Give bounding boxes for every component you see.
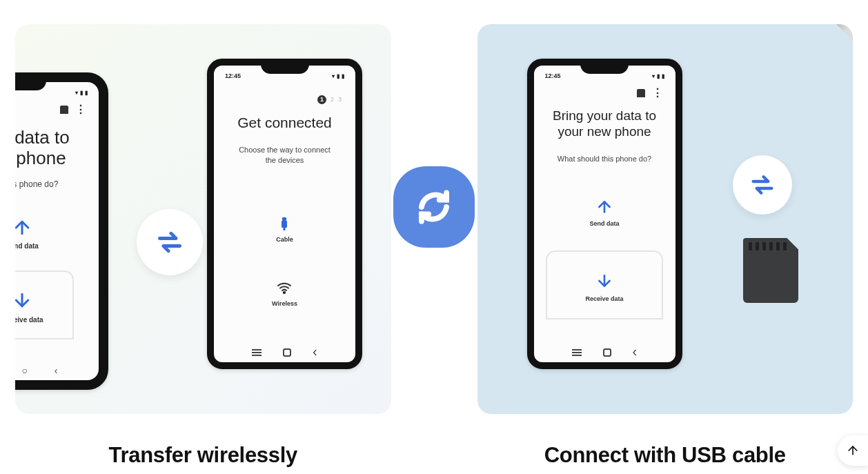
screen-subtitle: ould this phone do? <box>15 179 92 190</box>
captions-row: Transfer wirelessly Connect with USB cab… <box>0 443 868 468</box>
nav-back-icon[interactable] <box>313 347 317 358</box>
card-connect-usb: 12:45 ▾ ▮ ▮ ⋮ Bring your data to your ne… <box>477 24 854 414</box>
status-icons: ▾ ▮ ▮ <box>332 73 344 79</box>
screen-subtitle: Choose the way to connect the devices <box>221 145 348 166</box>
swap-badge <box>733 155 792 215</box>
subtitle-line2: the devices <box>221 155 348 166</box>
cable-option[interactable]: Cable <box>276 215 293 243</box>
wifi-indicator-icon: ▾ <box>75 90 78 96</box>
more-menu-icon[interactable]: ⋮ <box>75 107 86 112</box>
cards-row: ▾ ▮ ▮ ⋮ your data to new phone ould this… <box>0 0 868 414</box>
usb-cable-icon <box>276 215 293 232</box>
wireless-label: Wireless <box>272 300 297 307</box>
send-data-label: Send data <box>589 220 619 227</box>
screen-title: Get connected <box>221 114 348 131</box>
receive-data-label: Receive data <box>15 316 43 324</box>
sd-card-icon <box>743 238 798 303</box>
send-data-option[interactable]: Send data <box>541 198 669 227</box>
caption-left: Transfer wirelessly <box>15 443 391 468</box>
battery-icon: ▮ <box>662 73 664 79</box>
nav-bar <box>221 343 348 362</box>
step-1: 1 <box>317 95 326 104</box>
status-time: 12:45 <box>225 72 241 79</box>
phone-notch <box>261 64 309 74</box>
caption-right: Connect with USB cable <box>477 443 854 468</box>
nav-home-icon[interactable] <box>283 348 291 357</box>
nav-back-icon[interactable]: ‹ <box>55 365 58 376</box>
title-line1: your data to <box>15 128 92 148</box>
signal-icon: ▮ <box>80 90 83 96</box>
swap-arrows-icon <box>749 171 776 199</box>
svg-rect-0 <box>282 217 286 221</box>
wifi-icon <box>276 279 293 296</box>
screen-subtitle: What should this phone do? <box>541 154 669 164</box>
arrow-up-icon <box>846 444 860 457</box>
scroll-to-top-button[interactable] <box>838 435 868 466</box>
more-menu-icon[interactable]: ⋮ <box>652 90 663 96</box>
arrow-up-icon <box>595 198 613 216</box>
corner-fold-decoration <box>836 24 853 41</box>
status-icons: ▾ ▮ ▮ <box>652 73 664 79</box>
step-3: 3 <box>338 96 342 103</box>
smart-switch-app-icon <box>393 166 475 248</box>
screen-title: your data to new phone <box>15 128 92 169</box>
nav-home-icon[interactable]: ○ <box>21 365 27 376</box>
battery-icon: ▮ <box>85 90 88 96</box>
status-time: 12:45 <box>545 72 561 79</box>
receive-data-option[interactable]: Receive data <box>15 270 74 339</box>
title-line1: Bring your data to <box>541 108 669 124</box>
smart-switch-icon <box>413 186 455 228</box>
nav-home-icon[interactable] <box>603 348 611 357</box>
swap-badge <box>137 209 203 275</box>
receive-data-label: Receive data <box>585 295 623 302</box>
svg-rect-2 <box>284 228 286 230</box>
svg-rect-1 <box>282 221 287 228</box>
sd-card-small-icon[interactable] <box>637 89 645 97</box>
signal-icon: ▮ <box>337 73 339 79</box>
sd-card-small-icon[interactable] <box>60 106 68 114</box>
nav-bar: ◻ ○ ‹ <box>15 361 92 380</box>
nav-bar <box>541 343 669 362</box>
swap-arrows-icon <box>155 227 185 257</box>
battery-icon: ▮ <box>342 73 344 79</box>
arrow-down-icon <box>15 290 32 310</box>
title-line2: new phone <box>15 148 92 169</box>
cable-label: Cable <box>276 236 293 243</box>
status-icons: ▾ ▮ ▮ <box>75 90 88 96</box>
svg-point-3 <box>284 291 285 293</box>
screen-title: Bring your data to your new phone <box>541 108 669 140</box>
nav-recents-icon[interactable] <box>572 349 582 356</box>
card-transfer-wirelessly: ▾ ▮ ▮ ⋮ your data to new phone ould this… <box>15 24 391 414</box>
phone-notch <box>580 64 629 74</box>
signal-icon: ▮ <box>657 73 660 79</box>
phone-bring-data: 12:45 ▾ ▮ ▮ ⋮ Bring your data to your ne… <box>527 59 682 369</box>
wireless-option[interactable]: Wireless <box>272 279 297 307</box>
phone-old-device: ▾ ▮ ▮ ⋮ your data to new phone ould this… <box>15 72 108 390</box>
nav-back-icon[interactable] <box>632 347 637 358</box>
receive-data-option[interactable]: Receive data <box>546 250 663 319</box>
nav-recents-icon[interactable] <box>252 349 262 356</box>
title-line2: your new phone <box>541 124 669 140</box>
send-data-option[interactable]: Send data <box>15 217 92 250</box>
step-2: 2 <box>331 96 334 103</box>
send-data-label: Send data <box>15 242 39 250</box>
wifi-indicator-icon: ▾ <box>332 73 335 79</box>
arrow-down-icon <box>595 272 613 290</box>
phone-new-device: 12:45 ▾ ▮ ▮ 1 2 3 Get connected Choose t… <box>207 59 362 369</box>
wifi-indicator-icon: ▾ <box>652 73 655 79</box>
step-indicator: 1 2 3 <box>221 93 348 106</box>
arrow-up-icon <box>15 217 32 238</box>
subtitle-line1: Choose the way to connect <box>221 145 348 155</box>
phone-notch <box>15 81 46 90</box>
